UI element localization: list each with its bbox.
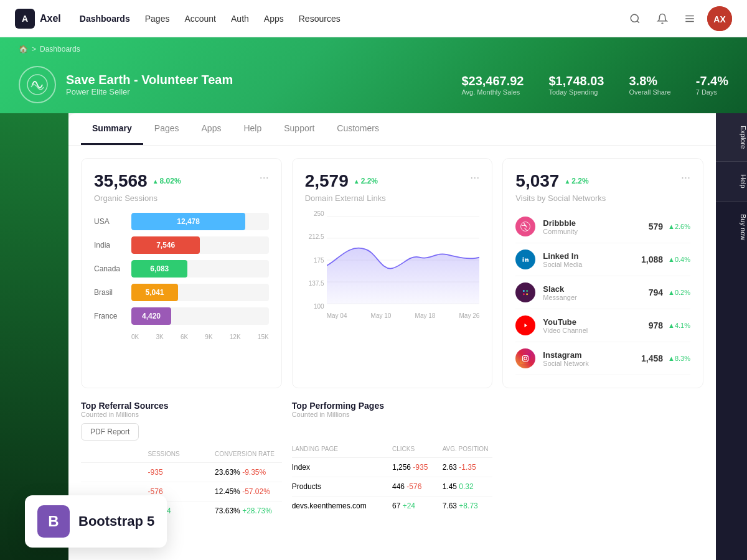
svg-point-0 [631,14,638,22]
metric-more-btn-1[interactable]: ··· [470,171,479,203]
bar-chart: USA 12,478 India 7,546 [94,213,269,340]
bootstrap-label: Bootstrap 5 [78,513,154,530]
tab-bar: Summary Pages Apps Help Support Customer… [68,113,716,146]
page-row-3: devs.keenthemes.com 67 +24 7.63 +8.73 [292,497,493,515]
tab-apps[interactable]: Apps [190,113,233,145]
third-column [502,401,703,520]
referral-row-1: -935 23.63% -9.35% [81,463,282,482]
nav-links: Dashboards Pages Account Auth Apps Resou… [80,14,625,24]
svg-point-19 [526,293,528,295]
nav-right: AX [625,6,732,31]
metric-more-btn-0[interactable]: ··· [260,171,269,203]
bootstrap-icon: B [37,505,70,538]
left-sidebar-strip [0,113,68,560]
buy-now-btn[interactable]: Buy now [716,202,747,253]
hero-team-name: Save Earth - Volunteer Team [66,73,233,87]
tab-pages[interactable]: Pages [143,113,190,145]
svg-line-1 [637,21,639,22]
metric-more-btn-2[interactable]: ··· [681,171,690,203]
explore-btn[interactable]: Explore [716,113,747,162]
social-row-slack: Slack Messanger 794 ▲0.2% [515,276,690,309]
hero-logo [19,66,56,103]
stat-monthly-sales: $23,467.92 Avg. Monthly Sales [461,74,524,96]
tab-help[interactable]: Help [232,113,273,145]
stat-7days: -7.4% 7 Days [696,74,728,96]
svg-point-18 [523,293,525,295]
svg-point-16 [523,290,525,292]
svg-point-25 [527,356,529,357]
hero-team-role: Power Elite Seller [66,87,233,96]
performing-pages-card: Top Performing Pages Counted in Millions… [292,401,493,520]
line-chart: 250 212.5 175 137.5 100 [305,210,480,319]
breadcrumb: 🏠 > Dashboards [19,45,728,54]
stat-overall-share: 3.8% Overall Share [629,74,670,96]
search-icon[interactable] [625,9,645,29]
hero-stats: $23,467.92 Avg. Monthly Sales $1,748.03 … [461,74,728,96]
page-row-1: Index 1,256 -935 2.63 -1.35 [292,458,493,477]
brand-icon: A [15,9,35,29]
tab-summary[interactable]: Summary [81,113,143,145]
social-row-dribbble: Dribbble Community 579 ▲2.6% [515,210,690,243]
nav-resources[interactable]: Resources [299,14,341,24]
help-btn[interactable]: Help [716,162,747,202]
nav-dashboards[interactable]: Dashboards [80,14,130,24]
stat-today-spending: $1,748.03 Today Spending [549,74,604,96]
social-row-instagram: Instagram Social Network 1,458 ▲8.3% [515,342,690,375]
right-panel: Explore Help Buy now [716,113,747,560]
svg-rect-22 [520,353,531,364]
svg-text:AX: AX [713,14,726,24]
social-row-youtube: YouTube Video Channel 978 ▲4.1% [515,309,690,342]
tab-support[interactable]: Support [273,113,326,145]
brand-name: Axel [40,13,61,24]
nav-pages[interactable]: Pages [145,14,170,24]
svg-rect-15 [520,287,531,298]
page-row-2: Products 446 -576 1.45 0.32 [292,477,493,497]
menu-icon[interactable] [680,9,700,29]
breadcrumb-current[interactable]: Dashboards [40,45,80,54]
metric-domain-links: 2,579 2.2% Domain External Links ··· [292,158,493,388]
pdf-report-btn-referral[interactable]: PDF Report [81,423,139,441]
avatar[interactable]: AX [707,6,732,31]
tab-customers[interactable]: Customers [326,113,390,145]
notifications-icon[interactable] [652,9,672,29]
brand-logo[interactable]: A Axel [15,9,61,29]
social-list: Dribbble Community 579 ▲2.6% [515,210,690,375]
social-row-linkedin: Linked In Social Media 1,088 ▲0.4% [515,243,690,276]
nav-apps[interactable]: Apps [264,14,284,24]
nav-account[interactable]: Account [184,14,216,24]
svg-point-17 [526,290,528,292]
metric-social-networks: 5,037 2.2% Visits by Social Networks ··· [502,158,703,388]
nav-auth[interactable]: Auth [231,14,249,24]
metric-organic-sessions: 35,568 8.02% Organic Sessions ··· USA [81,158,282,388]
bootstrap-badge: B Bootstrap 5 [25,495,167,548]
breadcrumb-home[interactable]: 🏠 [19,45,28,54]
